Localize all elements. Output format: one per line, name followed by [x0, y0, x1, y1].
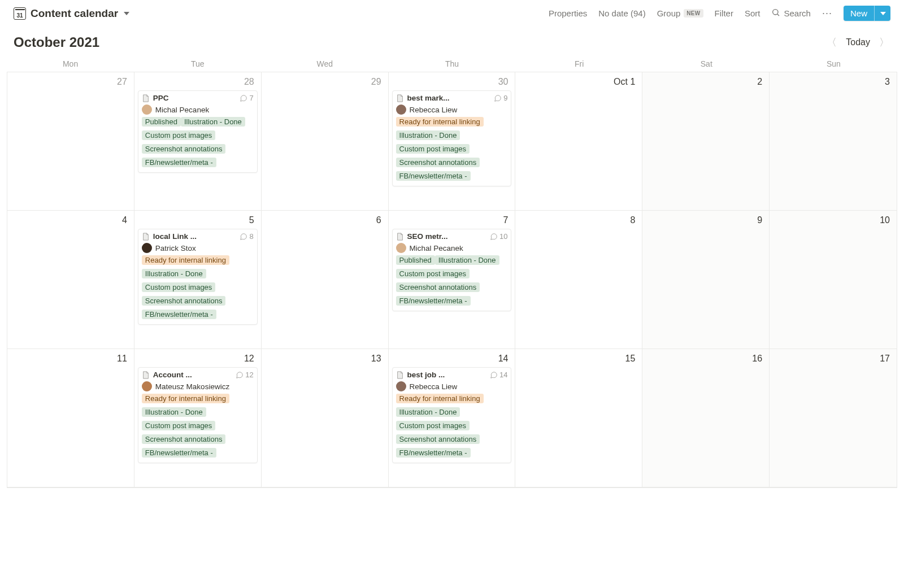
calendar-cell[interactable]: 11	[7, 349, 134, 487]
day-number: 14	[392, 352, 512, 365]
calendar-cell[interactable]: 2	[642, 72, 770, 211]
content-card[interactable]: Account ...12Mateusz MakosiewiczReady fo…	[138, 367, 258, 463]
status-tag: Screenshot annotations	[396, 158, 480, 167]
comment-count: 7	[249, 94, 253, 102]
day-number: 17	[773, 352, 893, 365]
calendar-cell[interactable]: 7SEO metr...10Michal PecanekPublishedIll…	[389, 211, 516, 349]
calendar-cell[interactable]: 4	[7, 211, 134, 349]
comment-indicator[interactable]: 10	[490, 232, 507, 241]
card-title: best mark...	[407, 94, 491, 102]
filter-button[interactable]: Filter	[715, 8, 733, 18]
status-tag: Screenshot annotations	[142, 296, 226, 306]
view-title[interactable]: 31 Content calendar	[14, 7, 129, 20]
day-number: 4	[11, 214, 131, 227]
chevron-down-icon	[124, 12, 129, 15]
page-icon	[142, 371, 150, 379]
comment-indicator[interactable]: 9	[494, 94, 507, 102]
calendar-cell[interactable]: 16	[642, 349, 770, 487]
day-number: 30	[392, 76, 512, 88]
comment-indicator[interactable]: 14	[490, 371, 507, 379]
calendar-cell[interactable]: 9	[642, 211, 770, 349]
day-of-week-header: Wed	[261, 56, 388, 72]
status-tag: FB/newsletter/meta -	[396, 448, 471, 458]
calendar-cell[interactable]: 8	[515, 211, 642, 349]
group-button[interactable]: Group NEW	[657, 8, 703, 18]
card-title: Account ...	[153, 371, 232, 379]
page-icon	[396, 371, 404, 379]
day-number: 3	[773, 76, 893, 88]
status-tag: Ready for internal linking	[396, 394, 484, 403]
calendar-cell[interactable]: 3	[770, 72, 897, 211]
card-author: Michal Pecanek	[142, 104, 254, 115]
calendar-cell[interactable]: 27	[7, 72, 134, 211]
author-name: Michal Pecanek	[155, 106, 209, 114]
new-button-dropdown[interactable]	[874, 6, 890, 21]
new-button-label: New	[844, 6, 874, 21]
status-tag: FB/newsletter/meta -	[142, 448, 216, 458]
today-button[interactable]: Today	[846, 37, 870, 47]
comment-indicator[interactable]: 12	[236, 371, 253, 379]
comment-indicator[interactable]: 7	[240, 94, 253, 102]
content-card[interactable]: SEO metr...10Michal PecanekPublishedIllu…	[392, 229, 512, 311]
comment-count: 12	[245, 371, 253, 379]
status-tag: Ready for internal linking	[396, 117, 484, 127]
calendar-cell[interactable]: 28PPC7Michal PecanekPublishedIllustratio…	[134, 72, 262, 211]
calendar-cell[interactable]: Oct 1	[515, 72, 642, 211]
avatar	[396, 104, 406, 115]
day-number: 6	[265, 214, 385, 227]
calendar-cell[interactable]: 10	[770, 211, 897, 349]
sort-button[interactable]: Sort	[745, 8, 760, 18]
day-of-week-header: Sun	[770, 56, 897, 72]
comment-indicator[interactable]: 8	[240, 232, 253, 241]
card-title: best job ...	[407, 371, 486, 379]
status-tag: Ready for internal linking	[142, 255, 229, 265]
new-button[interactable]: New	[844, 6, 890, 21]
day-number: 13	[265, 352, 385, 365]
calendar-cell[interactable]: 14best job ...14Rebecca LiewReady for in…	[389, 349, 516, 487]
calendar-cell[interactable]: 17	[770, 349, 897, 487]
comment-count: 8	[249, 232, 253, 241]
view-title-text: Content calendar	[31, 7, 118, 20]
calendar-cell[interactable]: 12Account ...12Mateusz MakosiewiczReady …	[134, 349, 262, 487]
search-button[interactable]: Search	[771, 8, 811, 19]
properties-button[interactable]: Properties	[549, 8, 587, 18]
card-title: PPC	[153, 94, 237, 102]
calendar-cell[interactable]: 15	[515, 349, 642, 487]
card-title: local Link ...	[153, 232, 237, 241]
card-author: Patrick Stox	[142, 243, 254, 253]
calendar-cell[interactable]: 5local Link ...8Patrick StoxReady for in…	[134, 211, 262, 349]
card-title: SEO metr...	[407, 232, 486, 241]
day-number: 11	[11, 352, 131, 365]
svg-point-0	[773, 10, 778, 15]
card-author: Michal Pecanek	[396, 243, 508, 253]
calendar-cell[interactable]: 30best mark...9Rebecca LiewReady for int…	[389, 72, 516, 211]
content-card[interactable]: local Link ...8Patrick StoxReady for int…	[138, 229, 258, 325]
avatar	[396, 381, 406, 391]
page-icon	[142, 94, 150, 102]
day-number: 28	[138, 76, 258, 88]
content-card[interactable]: best job ...14Rebecca LiewReady for inte…	[392, 367, 512, 463]
day-number: 16	[646, 352, 766, 365]
day-number: 8	[519, 214, 638, 227]
next-month-button[interactable]: 〉	[878, 34, 890, 50]
status-tag: Custom post images	[396, 421, 470, 430]
status-tag: FB/newsletter/meta -	[142, 158, 216, 167]
calendar-cell[interactable]: 29	[262, 72, 389, 211]
calendar-cell[interactable]: 13	[262, 349, 389, 487]
content-card[interactable]: PPC7Michal PecanekPublishedIllustration …	[138, 90, 258, 173]
day-number: 9	[646, 214, 766, 227]
content-card[interactable]: best mark...9Rebecca LiewReady for inter…	[392, 90, 512, 186]
status-tag: FB/newsletter/meta -	[142, 310, 216, 319]
no-date-button[interactable]: No date (94)	[598, 8, 645, 18]
calendar-cell[interactable]: 6	[262, 211, 389, 349]
more-menu-button[interactable]: ···	[822, 7, 832, 19]
day-number: 5	[138, 214, 258, 227]
svg-line-1	[777, 14, 779, 16]
avatar	[396, 243, 406, 253]
author-name: Mateusz Makosiewicz	[155, 382, 229, 391]
status-tag: Illustration - Done	[142, 407, 206, 417]
status-tag: Custom post images	[396, 144, 470, 154]
status-tag: FB/newsletter/meta -	[396, 171, 471, 181]
author-name: Patrick Stox	[155, 244, 196, 252]
prev-month-button[interactable]: 〈	[825, 34, 838, 50]
